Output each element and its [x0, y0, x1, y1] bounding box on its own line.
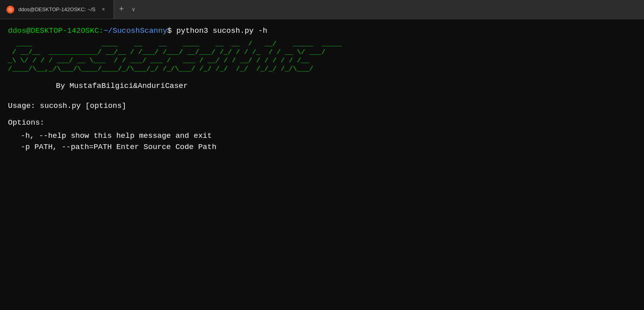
usage-line: Usage: sucosh.py [options] — [8, 101, 636, 110]
terminal-tab[interactable]: ddos@DESKTOP-142OSKC: ~/S × — [0, 0, 114, 19]
prompt-path: ~/SucoshScanny — [103, 26, 167, 35]
option-path: -p PATH, --path=PATH Enter Source Code P… — [8, 141, 636, 153]
titlebar: ddos@DESKTOP-142OSKC: ~/S × + ∨ — [0, 0, 644, 19]
by-line: By MustafaBilgici&AnduriCaser — [56, 81, 636, 90]
prompt-user-host: ddos@DESKTOP-142OSKC: — [8, 26, 103, 35]
option-path-flag: -p PATH, --path=PATH Enter Source Code P… — [21, 143, 216, 151]
option-help-flag: -h, --help show this help message and ex… — [21, 131, 212, 140]
option-help: -h, --help show this help message and ex… — [8, 130, 636, 142]
terminal-content: ddos@DESKTOP-142OSKC:~/SucoshScanny$ pyt… — [0, 19, 644, 310]
prompt-symbol: $ — [167, 26, 172, 35]
options-header: Options: — [8, 118, 636, 127]
new-tab-button[interactable]: + — [114, 0, 128, 19]
prompt-line: ddos@DESKTOP-142OSKC:~/SucoshScanny$ pyt… — [8, 26, 636, 36]
tab-title: ddos@DESKTOP-142OSKC: ~/S — [18, 6, 95, 12]
ubuntu-icon — [6, 6, 14, 14]
prompt-command: python3 sucosh.py -h — [172, 26, 267, 35]
usage-value: sucosh.py [options] — [40, 101, 126, 110]
tab-dropdown-button[interactable]: ∨ — [128, 0, 138, 19]
ascii-art-banner: ____ ____ __ __ ____ __ __ / __/ _____ _… — [8, 40, 636, 74]
tab-close-button[interactable]: × — [99, 6, 107, 14]
usage-label: Usage: — [8, 101, 35, 110]
